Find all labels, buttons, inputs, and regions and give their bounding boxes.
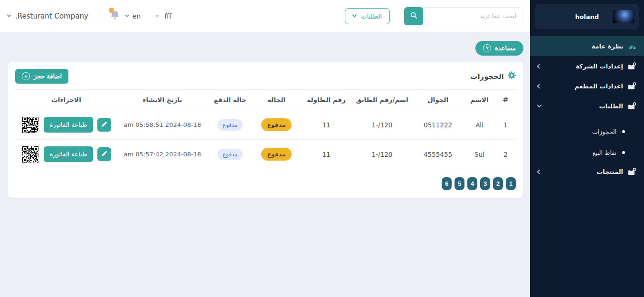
main-column: الطلبات .Resturant Company bbox=[0, 0, 530, 297]
column-header: اسم/رقم الطابق bbox=[352, 96, 412, 104]
chevron-left-icon bbox=[537, 169, 542, 174]
cell-floor: 1-/120 bbox=[352, 151, 412, 158]
chevron-left-icon bbox=[537, 64, 542, 68]
question-icon: ? bbox=[483, 44, 491, 52]
cell-number: 1 bbox=[495, 121, 516, 129]
column-header: الجوال bbox=[412, 96, 464, 104]
topbar: الطلبات .Resturant Company bbox=[0, 0, 530, 32]
cell-created-date: am 05:58:51 2024-08-18 bbox=[117, 121, 208, 128]
bullet-icon bbox=[622, 130, 625, 133]
avatar bbox=[613, 10, 635, 23]
bullet-icon bbox=[622, 151, 625, 154]
cell-phone: 0511222 bbox=[412, 121, 464, 129]
gear-icon bbox=[508, 71, 516, 81]
qr-code bbox=[21, 145, 39, 163]
cell-name: Ali bbox=[464, 121, 495, 129]
company-dropdown[interactable]: .Resturant Company bbox=[8, 12, 88, 20]
table-row: 2 Sul 4555455 1-/120 11 مدفوع مدفوع am 0… bbox=[15, 140, 516, 169]
qr-code bbox=[21, 116, 39, 134]
payment-status-badge: مدفوع bbox=[218, 149, 243, 160]
search-input[interactable] bbox=[422, 7, 522, 25]
cell-created-date: am 05:57:42 2024-08-18 bbox=[117, 151, 208, 158]
company-name: .Resturant Company bbox=[15, 12, 88, 20]
table-row: 1 Ali 0511222 1-/120 11 مدفوع مدفوع am 0… bbox=[15, 110, 516, 140]
add-reservation-button[interactable]: اضافة حجز + bbox=[15, 69, 68, 84]
page-title: الحجوزات bbox=[470, 71, 516, 81]
page-button-6[interactable]: 6 bbox=[442, 177, 452, 190]
status-badge: مدفوع bbox=[261, 148, 292, 161]
pagination: 1 2 3 4 5 6 bbox=[15, 177, 516, 190]
column-header: الاسم bbox=[464, 96, 495, 104]
page-button-2[interactable]: 2 bbox=[493, 177, 503, 190]
page-title-label: الحجوزات bbox=[470, 72, 504, 81]
cell-actions: طباعة الفاتورة bbox=[15, 116, 117, 134]
help-button[interactable]: مساعدة ? bbox=[475, 41, 523, 56]
user-menu-label: fff bbox=[164, 12, 171, 20]
add-reservation-label: اضافة حجز bbox=[34, 73, 62, 80]
sidebar-item-label: إعدادات الشركة bbox=[576, 63, 623, 70]
sidebar-item-restaurant-settings[interactable]: اعدادات المطعم bbox=[530, 76, 644, 96]
sidebar-item-label: نظرة عامة bbox=[591, 43, 624, 50]
sidebar: holand نظرة عامة إعدادات الشركة bbox=[530, 0, 644, 297]
chevron-left-icon bbox=[537, 84, 542, 88]
app-root: holand نظرة عامة إعدادات الشركة bbox=[0, 0, 644, 297]
page-button-1[interactable]: 1 bbox=[506, 177, 516, 190]
cell-actions: طباعة الفاتورة bbox=[15, 145, 117, 163]
sidebar-user-name: holand bbox=[575, 13, 599, 20]
reservations-card: الحجوزات اضافة حجز + # الاسم الجوال اسم/… bbox=[8, 62, 523, 198]
column-header: # bbox=[495, 96, 516, 104]
chevron-down-icon bbox=[125, 13, 129, 17]
topbar-right-group: الطلبات bbox=[345, 7, 522, 25]
module-icon bbox=[628, 102, 636, 110]
column-header: الحالة bbox=[253, 96, 300, 104]
table-header-row: # الاسم الجوال اسم/رقم الطابق رقم الطاول… bbox=[15, 89, 516, 110]
sidebar-item-company-settings[interactable]: إعدادات الشركة bbox=[530, 56, 644, 76]
cell-floor: 1-/120 bbox=[352, 121, 412, 129]
module-icon bbox=[628, 62, 636, 70]
payment-status-badge: مدفوع bbox=[218, 119, 243, 131]
chevron-down-icon bbox=[537, 103, 542, 107]
sidebar-subitem-pos[interactable]: نقاط البيع bbox=[530, 144, 644, 162]
module-icon bbox=[628, 82, 636, 90]
column-header: الاجراءات bbox=[15, 96, 117, 104]
cell-table-number: 11 bbox=[300, 151, 352, 158]
language-label: en bbox=[133, 12, 141, 20]
notifications-button[interactable] bbox=[110, 10, 120, 22]
cell-name: Sul bbox=[464, 151, 495, 158]
card-header: الحجوزات اضافة حجز + bbox=[15, 68, 516, 89]
pencil-icon bbox=[101, 121, 107, 129]
help-button-label: مساعدة bbox=[495, 45, 516, 52]
sidebar-item-orders[interactable]: الطلبات bbox=[530, 96, 644, 116]
search-box bbox=[404, 7, 522, 25]
chevron-down-icon bbox=[155, 15, 160, 18]
sidebar-item-label: المنتجات bbox=[597, 168, 623, 175]
page-button-4[interactable]: 4 bbox=[467, 177, 477, 190]
notification-badge bbox=[109, 8, 114, 13]
sidebar-item-overview[interactable]: نظرة عامة bbox=[530, 36, 644, 56]
language-dropdown[interactable]: en bbox=[126, 12, 141, 20]
cell-phone: 4555455 bbox=[412, 151, 464, 158]
sidebar-user-card[interactable]: holand bbox=[535, 4, 639, 29]
gauge-icon bbox=[628, 43, 636, 49]
cell-table-number: 11 bbox=[300, 121, 352, 129]
module-icon bbox=[628, 168, 636, 175]
chevron-down-icon bbox=[7, 13, 11, 17]
print-invoice-button[interactable]: طباعة الفاتورة bbox=[44, 117, 94, 133]
column-header: رقم الطاولة bbox=[300, 96, 352, 104]
page-button-5[interactable]: 5 bbox=[455, 177, 464, 190]
sidebar-subitem-reservations[interactable]: الحجوزات bbox=[530, 123, 644, 141]
orders-dropdown-label: الطلبات bbox=[361, 12, 382, 20]
reservations-table: # الاسم الجوال اسم/رقم الطابق رقم الطاول… bbox=[15, 89, 516, 169]
orders-dropdown-button[interactable]: الطلبات bbox=[345, 8, 390, 24]
sidebar-item-label: اعدادات المطعم bbox=[575, 83, 623, 90]
bell-icon bbox=[110, 15, 120, 22]
page-button-3[interactable]: 3 bbox=[480, 177, 490, 190]
edit-button[interactable] bbox=[97, 147, 111, 161]
search-button[interactable] bbox=[404, 7, 423, 25]
divider bbox=[99, 8, 99, 25]
print-invoice-button[interactable]: طباعة الفاتورة bbox=[44, 146, 94, 162]
edit-button[interactable] bbox=[97, 118, 111, 132]
sidebar-item-products[interactable]: المنتجات bbox=[530, 162, 644, 182]
column-header: حالة الدفع bbox=[208, 96, 253, 104]
user-menu[interactable]: fff bbox=[155, 12, 171, 20]
